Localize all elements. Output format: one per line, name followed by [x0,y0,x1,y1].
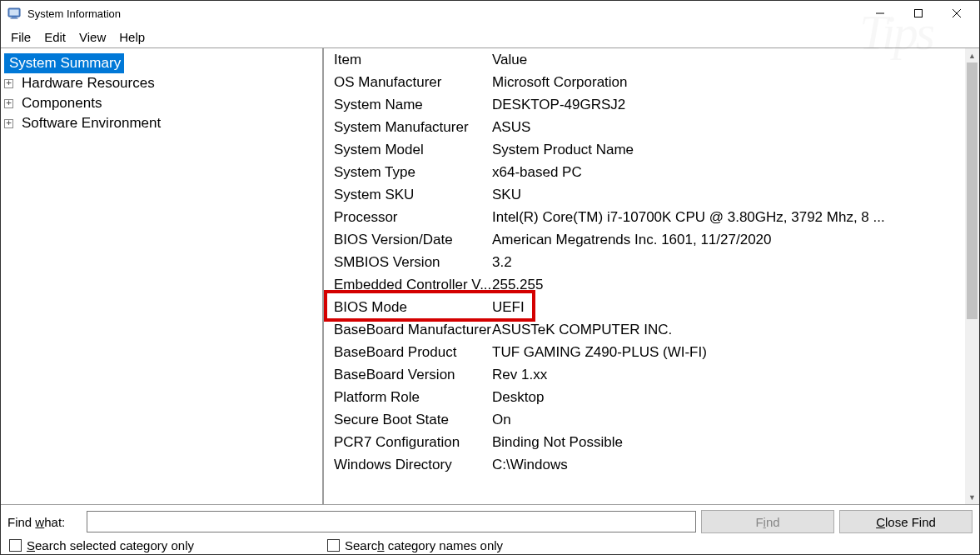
checkbox-icon [9,539,22,552]
window-title: System Information [27,8,121,20]
details-item: BIOS Mode [334,299,492,316]
details-item: BIOS Version/Date [334,232,492,248]
tree-item-system-summary[interactable]: System Summary [4,53,124,73]
details-item: System SKU [334,187,492,203]
details-item: OS Manufacturer [334,74,492,91]
search-names-checkbox[interactable]: Search category names only [327,538,503,552]
details-item: Secure Boot State [334,412,492,428]
details-value: SKU [492,187,965,203]
details-value: Rev 1.xx [492,367,965,383]
details-item: Embedded Controller V... [334,277,492,293]
tree-item-components[interactable]: Components [17,93,103,113]
category-tree[interactable]: System Summary + Hardware Resources + Co… [1,48,324,504]
scroll-down-icon[interactable]: ▼ [965,490,979,504]
details-row[interactable]: BaseBoard ManufacturerASUSTeK COMPUTER I… [324,318,965,341]
details-value: Microsoft Corporation [492,74,965,91]
svg-rect-2 [12,17,17,18]
menu-view[interactable]: View [72,28,112,46]
details-value: ASUS [492,119,965,136]
minimize-button[interactable] [861,1,899,26]
details-row[interactable]: BIOS Version/DateAmerican Megatrends Inc… [324,228,965,251]
expand-icon[interactable]: + [4,99,13,108]
tree-item-software-environment[interactable]: Software Environment [17,113,162,133]
close-button[interactable] [938,1,976,26]
details-row[interactable]: BIOS ModeUEFI [324,296,965,318]
scroll-up-icon[interactable]: ▲ [965,48,979,62]
svg-rect-1 [10,10,19,16]
details-value: DESKTOP-49GRSJ2 [492,97,965,113]
column-header-value[interactable]: Value [492,52,965,68]
menu-edit[interactable]: Edit [37,28,72,46]
details-row[interactable]: System ManufacturerASUS [324,116,965,138]
details-row[interactable]: System Typex64-based PC [324,161,965,183]
app-icon [7,7,21,20]
details-item: System Name [334,97,492,113]
find-bar: Find what: Find Close Find Search select… [1,505,979,554]
close-find-button[interactable]: Close Find [839,510,973,533]
details-item: System Manufacturer [334,119,492,136]
details-value: Intel(R) Core(TM) i7-10700K CPU @ 3.80GH… [492,209,965,226]
details-header[interactable]: Item Value [324,48,965,71]
details-item: BaseBoard Version [334,367,492,383]
details-row[interactable]: Platform RoleDesktop [324,386,965,408]
details-row[interactable]: Windows DirectoryC:\Windows [324,453,965,476]
find-button[interactable]: Find [701,510,834,533]
column-header-item[interactable]: Item [334,52,492,68]
details-item: BaseBoard Product [334,344,492,361]
menu-file[interactable]: File [4,28,37,46]
svg-rect-3 [11,18,18,19]
scroll-thumb[interactable] [967,62,978,319]
menu-help[interactable]: Help [112,28,152,46]
checkbox-label: Search selected category only [27,538,194,552]
tree-item-hardware-resources[interactable]: Hardware Resources [17,73,157,93]
details-item: SMBIOS Version [334,254,492,271]
details-row[interactable]: OS ManufacturerMicrosoft Corporation [324,71,965,93]
details-item: Platform Role [334,389,492,406]
details-row[interactable]: SMBIOS Version3.2 [324,251,965,273]
search-selected-checkbox[interactable]: Search selected category only [9,538,194,552]
details-row[interactable]: ProcessorIntel(R) Core(TM) i7-10700K CPU… [324,206,965,228]
details-pane: Item Value OS ManufacturerMicrosoft Corp… [324,48,979,504]
details-value: System Product Name [492,142,965,158]
checkbox-label: Search category names only [345,538,503,552]
details-value: C:\Windows [492,457,965,473]
details-item: Windows Directory [334,457,492,473]
details-row[interactable]: PCR7 ConfigurationBinding Not Possible [324,431,965,453]
details-value: American Megatrends Inc. 1601, 11/27/202… [492,232,965,248]
details-row[interactable]: System ModelSystem Product Name [324,138,965,161]
details-item: BaseBoard Manufacturer [334,322,492,338]
details-row[interactable]: System NameDESKTOP-49GRSJ2 [324,93,965,116]
tree-item-label: Hardware Resources [22,75,155,92]
tree-item-label: Software Environment [22,115,161,132]
details-value: 3.2 [492,254,965,271]
details-item: System Model [334,142,492,158]
details-value: Desktop [492,389,965,406]
details-value: 255.255 [492,277,965,293]
menubar: File Edit View Help [1,26,979,48]
details-row[interactable]: Embedded Controller V...255.255 [324,273,965,296]
details-row[interactable]: BaseBoard ProductTUF GAMING Z490-PLUS (W… [324,341,965,363]
details-value: x64-based PC [492,164,965,181]
vertical-scrollbar[interactable]: ▲ ▼ [965,48,979,504]
details-row[interactable]: System SKUSKU [324,183,965,206]
maximize-button[interactable] [899,1,938,26]
checkbox-icon [327,539,340,552]
tree-item-label: Components [22,95,102,112]
details-item: PCR7 Configuration [334,434,492,451]
details-value: UEFI [492,299,965,316]
tree-item-label: System Summary [9,55,121,72]
details-value: ASUSTeK COMPUTER INC. [492,322,965,338]
details-row[interactable]: Secure Boot StateOn [324,408,965,431]
expand-icon[interactable]: + [4,79,13,88]
content-pane: System Summary + Hardware Resources + Co… [1,48,979,505]
svg-rect-5 [915,10,923,18]
details-value: On [492,412,965,428]
details-item: Processor [334,209,492,226]
details-value: TUF GAMING Z490-PLUS (WI-FI) [492,344,965,361]
find-input[interactable] [87,511,696,532]
find-what-label: Find what: [7,515,65,529]
expand-icon[interactable]: + [4,119,13,128]
details-row[interactable]: BaseBoard VersionRev 1.xx [324,363,965,386]
scroll-track[interactable] [965,62,979,490]
titlebar: System Information [1,1,979,26]
